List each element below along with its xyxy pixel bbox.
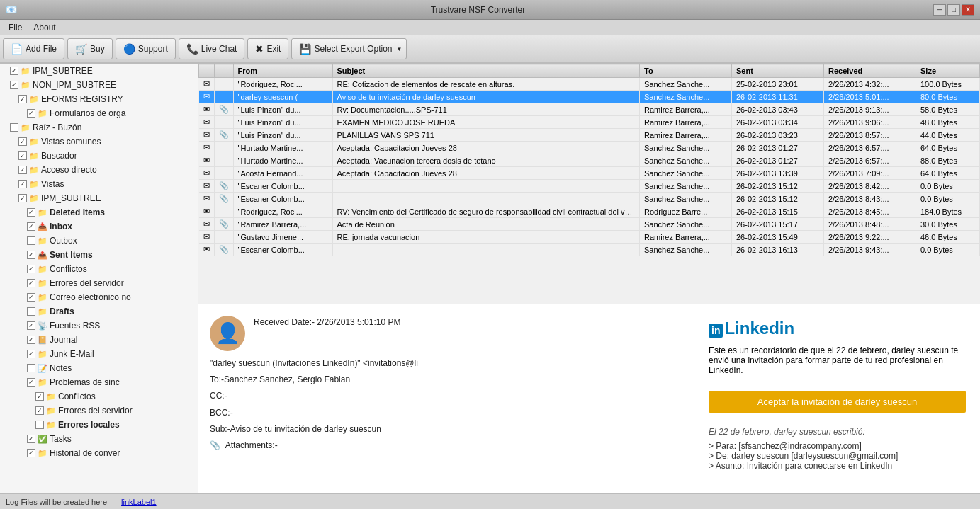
table-row[interactable]: ✉"Rodriguez, Roci...RE: Cotizacion de el…	[199, 78, 980, 91]
tree-checkbox[interactable]	[27, 279, 35, 287]
table-row[interactable]: ✉"darley suescun (Aviso de tu invitación…	[199, 91, 980, 103]
close-button[interactable]: ✕	[962, 4, 974, 16]
export-button[interactable]: 💾 Select Export Option ▼	[291, 38, 407, 59]
table-row[interactable]: ✉📎"Ramirez Barrera,...Acta de ReuniónSan…	[199, 218, 980, 231]
email-type-icon: ✉	[199, 129, 215, 142]
tree-item[interactable]: 📁Errores del servidor	[0, 276, 198, 290]
table-row[interactable]: ✉"Hurtado Martine...Aceptada: Vacunacion…	[199, 154, 980, 167]
tree-item[interactable]: 📁Acceso directo	[0, 163, 198, 177]
tree-checkbox[interactable]	[27, 293, 35, 302]
col-to[interactable]: To	[640, 64, 732, 78]
email-subject: Aviso de tu invitación de darley suescun	[332, 91, 640, 103]
table-row[interactable]: ✉📎"Escaner Colomb...Sanchez Sanche...26-…	[199, 193, 980, 205]
tree-item[interactable]: 📁Formularios de orga	[0, 106, 198, 120]
table-row[interactable]: ✉"Rodriguez, Roci...RV: Vencimiento del …	[199, 205, 980, 218]
table-row[interactable]: ✉📎"Luis Pinzon" du...PLANILLAS VANS SPS …	[199, 129, 980, 142]
tree-item-label: EFORMS REGISTRY	[41, 94, 123, 104]
tree-checkbox[interactable]	[18, 180, 27, 188]
tree-item[interactable]: 📁Raíz - Buzón	[0, 120, 198, 135]
folder-tree[interactable]: 📁IPM_SUBTREE📁NON_IPM_SUBTREE📁EFORMS REGI…	[0, 64, 198, 493]
buy-button[interactable]: 🛒 Buy	[67, 38, 113, 59]
tree-item[interactable]: 📁Conflictos	[0, 262, 198, 276]
table-row[interactable]: ✉"Acosta Hernand...Aceptada: Capacitacio…	[199, 167, 980, 180]
tree-checkbox[interactable]	[27, 236, 35, 245]
tree-checkbox[interactable]	[27, 208, 35, 217]
tree-checkbox[interactable]	[18, 151, 27, 160]
tree-checkbox[interactable]	[27, 449, 35, 457]
table-row[interactable]: ✉📎"Luis Pinzon" du...Rv: Documentacion..…	[199, 103, 980, 116]
table-row[interactable]: ✉"Gustavo Jimene...RE: jornada vacunacio…	[199, 231, 980, 244]
tree-item[interactable]: ✅Tasks	[0, 432, 198, 446]
col-subject[interactable]: Subject	[332, 64, 640, 78]
table-row[interactable]: ✉"Hurtado Martine...Aceptada: Capacitaci…	[199, 142, 980, 154]
col-received[interactable]: Received	[824, 64, 916, 78]
email-from: "Ramirez Barrera,...	[233, 218, 332, 231]
tree-item[interactable]: 📥Inbox	[0, 219, 198, 234]
support-button[interactable]: 🔵 Support	[116, 38, 176, 59]
maximize-button[interactable]: □	[947, 4, 960, 16]
tree-item[interactable]: 📁IPM_SUBTREE	[0, 64, 198, 78]
tree-item[interactable]: 📁Errores locales	[0, 418, 198, 432]
tree-item[interactable]: 📔Journal	[0, 333, 198, 347]
tree-item[interactable]: 📁Errores del servidor	[0, 404, 198, 418]
tree-item[interactable]: 📝Notes	[0, 361, 198, 375]
col-from[interactable]: From	[233, 64, 332, 78]
tree-checkbox[interactable]	[27, 350, 35, 358]
table-row[interactable]: ✉"Luis Pinzon" du...EXAMEN MEDICO JOSE R…	[199, 116, 980, 129]
col-size[interactable]: Size	[916, 64, 980, 78]
tree-item[interactable]: 📁Outbox	[0, 234, 198, 248]
tree-checkbox[interactable]	[10, 81, 18, 89]
tree-checkbox[interactable]	[10, 123, 18, 132]
tree-folder-icon: ✅	[37, 433, 48, 445]
menu-about[interactable]: About	[28, 21, 61, 34]
tree-item[interactable]: 📁Vistas comunes	[0, 135, 198, 149]
tree-checkbox[interactable]	[10, 67, 18, 75]
tree-item[interactable]: 📤Sent Items	[0, 248, 198, 262]
tree-item[interactable]: 📡Fuentes RSS	[0, 319, 198, 333]
live-chat-button[interactable]: 📞 Live Chat	[179, 38, 245, 59]
tree-item[interactable]: 📁IPM_SUBTREE	[0, 191, 198, 205]
tree-item[interactable]: 📁Buscador	[0, 149, 198, 163]
minimize-button[interactable]: ─	[933, 4, 946, 16]
tree-checkbox[interactable]	[27, 265, 35, 273]
email-list[interactable]: From Subject To Sent Received Size ✉"Rod…	[198, 64, 980, 304]
tree-checkbox[interactable]	[35, 392, 44, 401]
log-link[interactable]: linkLabel1	[121, 498, 157, 506]
tree-checkbox[interactable]	[35, 421, 44, 429]
tree-item[interactable]: 📁NON_IPM_SUBTREE	[0, 78, 198, 92]
tree-checkbox[interactable]	[27, 222, 35, 231]
tree-checkbox[interactable]	[18, 194, 27, 202]
tree-checkbox[interactable]	[18, 166, 27, 174]
tree-item[interactable]: 📁Drafts	[0, 304, 198, 319]
col-sent[interactable]: Sent	[732, 64, 824, 78]
add-file-button[interactable]: 📄 Add File	[3, 38, 64, 59]
tree-checkbox[interactable]	[18, 137, 27, 146]
accept-invitation-button[interactable]: Aceptar la invitación de darley suescun	[709, 391, 966, 413]
menu-file[interactable]: File	[3, 21, 28, 34]
tree-checkbox[interactable]	[27, 307, 35, 316]
email-sent: 26-02-2013 03:23	[732, 129, 824, 142]
tree-checkbox[interactable]	[18, 95, 27, 103]
tree-checkbox[interactable]	[27, 109, 35, 118]
attach-icon	[214, 167, 233, 180]
tree-checkbox[interactable]	[27, 378, 35, 387]
tree-checkbox[interactable]	[35, 406, 44, 415]
tree-checkbox[interactable]	[27, 336, 35, 344]
tree-item[interactable]: 📁Historial de conver	[0, 446, 198, 460]
tree-checkbox[interactable]	[27, 364, 35, 372]
tree-checkbox[interactable]	[27, 251, 35, 259]
tree-checkbox[interactable]	[27, 435, 35, 443]
tree-item[interactable]: 📁Junk E-Mail	[0, 347, 198, 361]
tree-checkbox[interactable]	[27, 321, 35, 330]
tree-item[interactable]: 📁Vistas	[0, 177, 198, 191]
tree-item[interactable]: 📁Correo electrónico no	[0, 290, 198, 304]
table-row[interactable]: ✉📎"Escaner Colomb...Sanchez Sanche...26-…	[199, 180, 980, 193]
tree-item[interactable]: 📁Problemas de sinc	[0, 375, 198, 389]
tree-item[interactable]: 📁Deleted Items	[0, 205, 198, 219]
tree-item-label: Errores locales	[58, 420, 120, 430]
tree-item[interactable]: 📁EFORMS REGISTRY	[0, 92, 198, 106]
tree-item[interactable]: 📁Conflictos	[0, 389, 198, 404]
tree-item-label: Raíz - Buzón	[33, 122, 81, 132]
exit-button[interactable]: ✖ Exit	[247, 38, 288, 59]
table-row[interactable]: ✉📎"Escaner Colomb...Sanchez Sanche...26-…	[199, 244, 980, 256]
